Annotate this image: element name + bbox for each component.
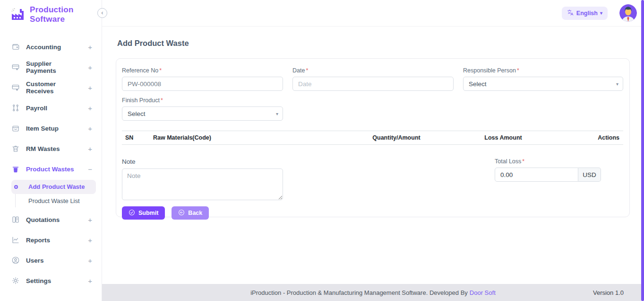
language-label: English [576, 10, 598, 17]
raw-materials-table-header: SN Raw Materials(Code) Quantity/Amount L… [122, 131, 623, 145]
submit-button[interactable]: Submit [122, 206, 165, 220]
col-raw-materials: Raw Materials(Code) [153, 134, 333, 141]
user-icon [11, 256, 20, 265]
label-text: Date [292, 67, 305, 74]
note-textarea[interactable] [122, 168, 283, 200]
reference-no-field-group: Reference No* [122, 67, 283, 91]
required-mark: * [161, 97, 163, 104]
sidebar: Production Software Accounting + Supplie… [0, 0, 102, 301]
note-field-group: Note [122, 158, 283, 202]
sidebar-subitem-label: Add Product Waste [28, 183, 85, 190]
sidebar-item-item-setup[interactable]: Item Setup + [0, 118, 102, 139]
box-icon [11, 124, 20, 133]
sidebar-item-settings[interactable]: Settings + [0, 271, 102, 291]
chevron-down-icon: ▾ [600, 10, 602, 16]
label-text: Responsible Person [463, 67, 516, 74]
brand-logo[interactable]: Production Software [0, 0, 102, 25]
total-loss-field-group: Total Loss* USD [495, 158, 601, 182]
active-bullet-icon [14, 185, 18, 189]
sidebar-item-payroll[interactable]: Payroll + [0, 98, 102, 118]
trash-icon [11, 144, 20, 153]
sidebar-subitem-label: Product Waste List [28, 197, 80, 204]
finish-product-select[interactable]: Select ▾ [122, 106, 283, 121]
date-input[interactable] [292, 77, 454, 91]
gear-icon [11, 276, 20, 285]
responsible-person-select[interactable]: Select ▾ [463, 77, 623, 91]
sidebar-item-label: Product Wastes [26, 166, 74, 173]
expand-plus-icon[interactable]: + [88, 43, 92, 51]
brand-name: Production Software [30, 5, 74, 25]
wallet-icon [11, 43, 20, 51]
currency-addon: USD [578, 168, 601, 182]
sidebar-item-label: Reports [26, 237, 50, 244]
footer-text: iProduction - Production & Manufacturing… [250, 289, 468, 296]
version-label: Version 1.0 [593, 289, 624, 296]
expand-plus-icon[interactable]: + [88, 145, 92, 153]
topbar: English ▾ [102, 0, 644, 27]
total-loss-input[interactable] [495, 168, 578, 182]
label-text: Reference No [122, 67, 158, 74]
label-text: Finish Product [122, 97, 160, 104]
date-field-group: Date* [292, 67, 454, 91]
responsible-person-field-group: Responsible Person* Select ▾ [463, 67, 623, 91]
sidebar-item-accounting[interactable]: Accounting + [0, 37, 102, 57]
door-soft-link[interactable]: Door Soft [470, 289, 496, 296]
factory-logo-icon [9, 5, 26, 24]
org-chart-icon [11, 104, 20, 112]
date-label: Date* [292, 67, 454, 74]
card-arrow-down-icon [11, 83, 20, 92]
select-value: Select [128, 110, 146, 117]
back-button[interactable]: Back [172, 206, 209, 220]
sidebar-item-product-wastes[interactable]: Product Wastes − [0, 159, 102, 179]
chevron-down-icon: ▾ [276, 111, 278, 116]
reference-no-input[interactable] [122, 77, 283, 91]
product-wastes-submenu: Add Product Waste Product Waste List [11, 180, 96, 208]
finish-product-field-group: Finish Product* Select ▾ [122, 97, 283, 121]
required-mark: * [306, 67, 308, 74]
sidebar-item-label: Customer Receives [26, 80, 82, 95]
expand-plus-icon[interactable]: + [88, 257, 92, 265]
col-sn: SN [122, 134, 153, 141]
expand-plus-icon[interactable]: + [88, 124, 92, 133]
col-quantity-amount: Quantity/Amount [333, 134, 460, 141]
expand-plus-icon[interactable]: + [88, 277, 92, 285]
translate-icon [567, 9, 574, 18]
sidebar-subitem-add-product-waste[interactable]: Add Product Waste [11, 180, 96, 194]
chevron-left-icon: ‹ [101, 9, 103, 16]
expand-plus-icon[interactable]: + [88, 63, 92, 71]
sidebar-item-customer-receives[interactable]: Customer Receives + [0, 78, 102, 98]
sidebar-subitem-product-waste-list[interactable]: Product Waste List [11, 194, 96, 208]
sidebar-item-quotations[interactable]: Quotations + [0, 210, 102, 230]
footer: iProduction - Production & Manufacturing… [102, 284, 644, 301]
required-mark: * [522, 158, 524, 165]
sidebar-item-reports[interactable]: Reports + [0, 230, 102, 250]
chevron-down-icon: ▾ [616, 81, 618, 87]
sidebar-item-rm-wastes[interactable]: RM Wastes + [0, 139, 102, 159]
sidebar-item-users[interactable]: Users + [0, 250, 102, 271]
arrow-left-circle-icon [178, 209, 185, 217]
note-label: Note [122, 158, 283, 165]
responsible-person-label: Responsible Person* [463, 67, 623, 74]
page-scrollbar[interactable] [641, 0, 644, 301]
collapse-minus-icon[interactable]: − [88, 165, 92, 173]
user-avatar[interactable] [619, 4, 637, 22]
back-label: Back [188, 210, 202, 216]
col-actions: Actions [546, 134, 623, 141]
submit-label: Submit [138, 210, 158, 216]
total-loss-label: Total Loss* [495, 158, 601, 165]
page-title: Add Product Waste [117, 39, 644, 48]
sidebar-item-label: Item Setup [26, 125, 59, 132]
reference-no-label: Reference No* [122, 67, 283, 74]
language-selector[interactable]: English ▾ [562, 7, 608, 20]
add-product-waste-form: Reference No* Date* Responsible Person* … [116, 58, 630, 217]
expand-plus-icon[interactable]: + [88, 216, 92, 224]
check-circle-icon [129, 209, 135, 217]
sidebar-nav: Accounting + Supplier Payments + Custome… [0, 37, 102, 291]
expand-plus-icon[interactable]: + [88, 104, 92, 112]
sidebar-item-supplier-payments[interactable]: Supplier Payments + [0, 57, 102, 78]
expand-plus-icon[interactable]: + [88, 84, 92, 92]
main-area: English ▾ Add Product Waste Reference No… [102, 0, 644, 301]
expand-plus-icon[interactable]: + [88, 236, 92, 244]
card-arrow-up-icon [11, 63, 20, 71]
sidebar-collapse-button[interactable]: ‹ [97, 8, 107, 18]
